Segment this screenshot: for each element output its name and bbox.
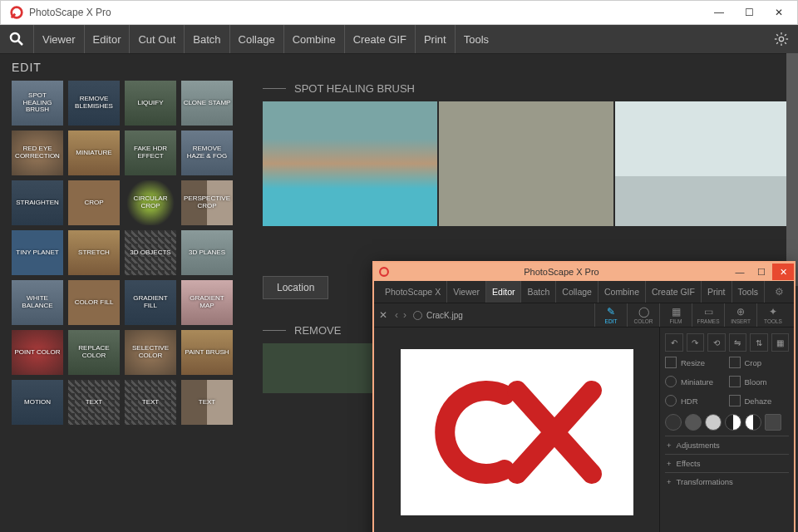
- close-button[interactable]: ✕: [764, 1, 794, 24]
- menu-print[interactable]: Print: [415, 25, 455, 53]
- rotate-ccw-icon[interactable]: ↶: [665, 333, 683, 352]
- location-button[interactable]: Location: [263, 276, 328, 299]
- menu-batch[interactable]: Batch: [184, 25, 229, 53]
- swatch[interactable]: [745, 414, 761, 431]
- tab-edit[interactable]: ✎EDIT: [594, 303, 627, 327]
- acc-transformations[interactable]: +Transformations: [665, 472, 789, 490]
- acc-effects[interactable]: +Effects: [665, 454, 789, 472]
- hdr-button[interactable]: HDR: [665, 392, 726, 409]
- app-logo-icon: [378, 266, 390, 278]
- tool-spot-healing[interactable]: SPOT HEALING BRUSH: [12, 81, 63, 126]
- rotate-icon[interactable]: ⟲: [707, 333, 726, 352]
- tool-motion[interactable]: MOTION: [12, 380, 63, 425]
- tab-frames[interactable]: ▭FRAMES: [692, 303, 724, 327]
- tool-3d-objects[interactable]: 3D OBJECTS: [125, 230, 176, 275]
- file-indicator-icon: [413, 311, 422, 320]
- tool-fake-hdr[interactable]: FAKE HDR EFFECT: [125, 131, 176, 175]
- tool-crop[interactable]: CROP: [68, 180, 120, 225]
- tool-remove-haze[interactable]: REMOVE HAZE & FOG: [181, 131, 233, 175]
- tool-replace-color[interactable]: REPLACE COLOR: [68, 330, 120, 375]
- close-file-icon[interactable]: ✕: [379, 309, 387, 321]
- fmenu-editor[interactable]: Editor: [486, 281, 521, 303]
- miniature-button[interactable]: Miniature: [665, 373, 726, 390]
- bloom-button[interactable]: Bloom: [729, 373, 790, 390]
- tool-red-eye[interactable]: RED EYE CORRECTION: [12, 131, 63, 175]
- image-preview: [401, 349, 633, 515]
- home-button[interactable]: [7, 29, 27, 49]
- menu-cutout[interactable]: Cut Out: [129, 25, 184, 53]
- menu-viewer[interactable]: Viewer: [33, 25, 84, 53]
- tab-color[interactable]: ◯COLOR: [627, 303, 659, 327]
- tool-text-2[interactable]: TEXT: [125, 380, 176, 425]
- tab-film[interactable]: ▦FILM: [659, 303, 692, 327]
- tool-gradient-map[interactable]: GRADIENT MAP: [181, 280, 233, 325]
- fmenu-creategif[interactable]: Create GIF: [646, 281, 702, 303]
- fmenu-batch[interactable]: Batch: [521, 281, 556, 303]
- tool-white-balance[interactable]: WHITE BALANCE: [12, 280, 63, 325]
- tab-tools[interactable]: ✦TOOLS: [756, 303, 789, 327]
- tool-stretch[interactable]: STRETCH: [68, 230, 120, 275]
- minimize-button[interactable]: —: [704, 1, 734, 24]
- editor-maximize[interactable]: ☐: [751, 264, 772, 280]
- maximize-button[interactable]: ☐: [734, 1, 764, 24]
- tool-paint-brush[interactable]: PAINT BRUSH: [181, 330, 233, 375]
- tab-insert[interactable]: ⊕INSERT: [724, 303, 756, 327]
- flip-v-icon[interactable]: ⇅: [750, 333, 768, 352]
- menu-combine[interactable]: Combine: [283, 25, 344, 53]
- tool-text-3[interactable]: TEXT: [181, 380, 233, 425]
- swatch[interactable]: [685, 414, 702, 431]
- resize-icon: [665, 357, 677, 368]
- tool-gradient-fill[interactable]: GRADIENT FILL: [125, 280, 176, 325]
- swatch[interactable]: [725, 414, 741, 431]
- flip-h-icon[interactable]: ⇋: [729, 333, 747, 352]
- preview-thumb[interactable]: [615, 101, 790, 226]
- fmenu-tools[interactable]: Tools: [732, 281, 766, 303]
- next-icon[interactable]: ›: [403, 309, 406, 321]
- crop-button[interactable]: Crop: [729, 354, 790, 371]
- tool-miniature[interactable]: MINIATURE: [68, 131, 120, 175]
- tool-circular-crop[interactable]: CIRCULAR CROP: [125, 180, 176, 225]
- rotate-cw-icon[interactable]: ↷: [687, 333, 705, 352]
- window-title: PhotoScape X Pro: [29, 7, 111, 18]
- tool-3d-planes[interactable]: 3D PLANES: [181, 230, 233, 275]
- editor-settings[interactable]: ⚙: [770, 286, 789, 298]
- dehaze-icon: [729, 395, 741, 406]
- tool-text-1[interactable]: TEXT: [68, 380, 120, 425]
- fmenu-photoscape[interactable]: PhotoScape X: [379, 281, 447, 303]
- swatch-drop-icon[interactable]: [765, 414, 781, 431]
- editor-window: PhotoScape X Pro — ☐ ✕ PhotoScape X View…: [372, 261, 796, 532]
- trash-icon[interactable]: ▦: [771, 333, 790, 352]
- tool-liquify[interactable]: LIQUIFY: [125, 81, 176, 126]
- editor-close[interactable]: ✕: [772, 264, 794, 280]
- tool-straighten[interactable]: STRAIGHTEN: [12, 180, 63, 225]
- titlebar: PhotoScape X Pro — ☐ ✕: [0, 0, 798, 25]
- menu-tools[interactable]: Tools: [455, 25, 497, 53]
- editor-minimize[interactable]: —: [729, 264, 751, 280]
- menu-editor[interactable]: Editor: [84, 25, 130, 53]
- canvas[interactable]: [374, 328, 659, 532]
- menu-collage[interactable]: Collage: [229, 25, 283, 53]
- crop-icon: [729, 357, 741, 368]
- swatch[interactable]: [665, 414, 682, 431]
- dehaze-button[interactable]: Dehaze: [729, 392, 790, 409]
- fmenu-collage[interactable]: Collage: [556, 281, 598, 303]
- preview-thumb[interactable]: [263, 101, 437, 226]
- fmenu-viewer[interactable]: Viewer: [447, 281, 486, 303]
- menu-creategif[interactable]: Create GIF: [344, 25, 415, 53]
- settings-button[interactable]: [771, 29, 791, 49]
- tool-perspective-crop[interactable]: PERSPECTIVE CROP: [181, 180, 233, 225]
- prev-icon[interactable]: ‹: [395, 309, 398, 321]
- fmenu-combine[interactable]: Combine: [598, 281, 646, 303]
- swatch[interactable]: [705, 414, 722, 431]
- preview-thumb[interactable]: [439, 101, 613, 226]
- tool-remove-blemishes[interactable]: REMOVE BLEMISHES: [68, 81, 120, 126]
- acc-adjustments[interactable]: +Adjustments: [665, 436, 789, 454]
- tool-color-fill[interactable]: COLOR FILL: [68, 280, 120, 325]
- tool-clone-stamp[interactable]: CLONE STAMP: [181, 81, 233, 126]
- tool-tiny-planet[interactable]: TINY PLANET: [12, 230, 63, 275]
- magnifier-icon: [8, 31, 25, 47]
- tool-point-color[interactable]: POINT COLOR: [12, 330, 63, 375]
- fmenu-print[interactable]: Print: [702, 281, 732, 303]
- resize-button[interactable]: Resize: [665, 354, 726, 371]
- tool-selective-color[interactable]: SELECTIVE COLOR: [125, 330, 176, 375]
